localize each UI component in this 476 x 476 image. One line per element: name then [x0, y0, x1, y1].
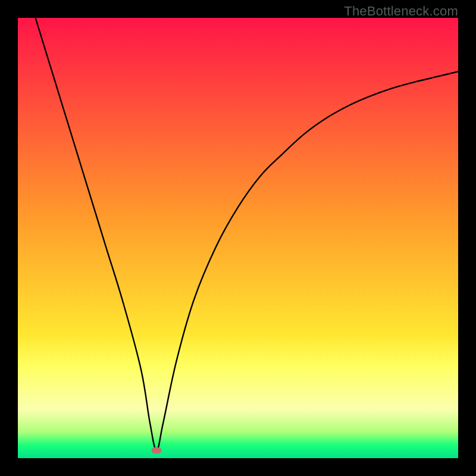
- plot-area: [18, 18, 458, 458]
- curve-layer: [18, 18, 458, 458]
- bottleneck-curve: [36, 18, 458, 450]
- watermark-text: TheBottleneck.com: [344, 4, 458, 19]
- chart-frame: TheBottleneck.com: [0, 0, 476, 476]
- optimal-point-marker: [152, 447, 162, 453]
